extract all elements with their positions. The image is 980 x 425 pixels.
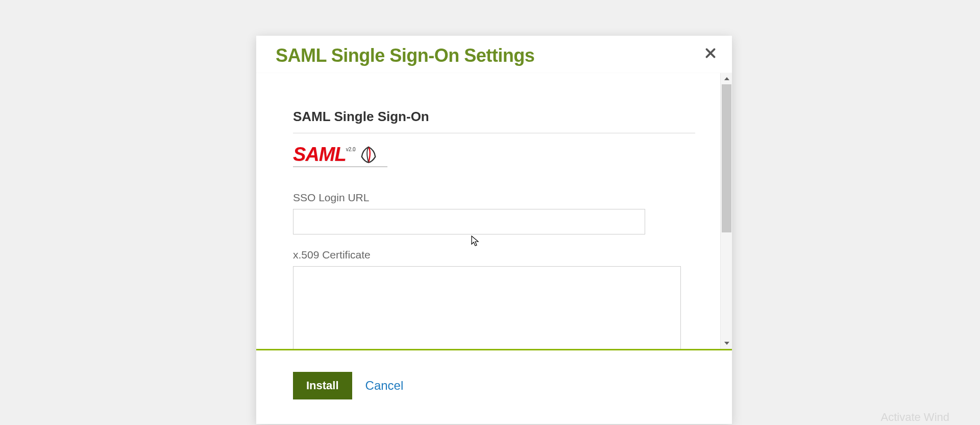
certificate-textarea[interactable] — [293, 266, 681, 349]
modal-title: SAML Single Sign-On Settings — [276, 45, 713, 66]
chevron-up-icon — [724, 77, 729, 80]
scrollbar-track[interactable] — [720, 73, 732, 349]
scrollbar-thumb[interactable] — [722, 84, 731, 232]
certificate-group: x.509 Certificate — [293, 249, 695, 349]
cancel-button[interactable]: Cancel — [365, 379, 404, 393]
install-button[interactable]: Install — [293, 372, 352, 399]
scrollbar-up-arrow[interactable] — [721, 73, 732, 84]
progress-line — [256, 349, 732, 350]
saml-logo-icon — [359, 145, 378, 164]
close-button[interactable] — [701, 44, 720, 62]
saml-settings-modal: SAML Single Sign-On Settings SAML Single… — [256, 36, 732, 424]
modal-body-wrapper: SAML Single Sign-On SAML v2.0 SSO Login … — [256, 73, 732, 356]
sso-url-label: SSO Login URL — [293, 192, 695, 204]
chevron-down-icon — [724, 342, 729, 345]
saml-logo-container: SAML v2.0 — [293, 144, 695, 167]
section-divider — [293, 133, 695, 133]
sso-url-group: SSO Login URL — [293, 192, 695, 234]
section-title: SAML Single Sign-On — [293, 109, 695, 125]
saml-logo-version: v2.0 — [346, 147, 356, 152]
saml-logo-text: SAML — [293, 144, 346, 166]
sso-url-input[interactable] — [293, 209, 645, 234]
watermark-text: Activate Wind — [881, 411, 950, 424]
saml-logo: SAML v2.0 — [293, 144, 378, 166]
certificate-label: x.509 Certificate — [293, 249, 695, 261]
modal-body: SAML Single Sign-On SAML v2.0 SSO Login … — [256, 73, 732, 349]
modal-footer: Install Cancel — [256, 356, 732, 424]
modal-header: SAML Single Sign-On Settings — [256, 36, 732, 73]
saml-logo-underline — [293, 167, 387, 167]
scrollbar-down-arrow[interactable] — [721, 338, 732, 349]
close-icon — [704, 46, 717, 60]
